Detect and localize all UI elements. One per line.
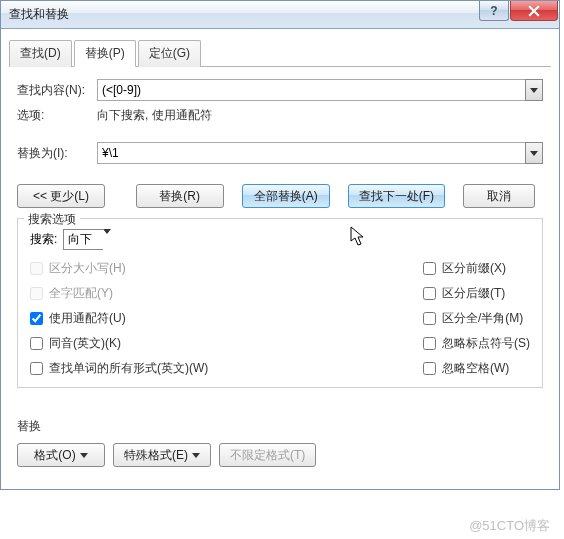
less-button[interactable]: << 更少(L) bbox=[17, 184, 105, 208]
tab-goto[interactable]: 定位(G) bbox=[138, 40, 201, 67]
replace-with-combo bbox=[97, 142, 543, 164]
replace-button[interactable]: 替换(R) bbox=[136, 184, 224, 208]
find-next-button[interactable]: 查找下一处(F) bbox=[348, 184, 445, 208]
watermark: @51CTO博客 bbox=[469, 517, 550, 535]
dialog-content: 查找(D) 替换(P) 定位(G) 查找内容(N): 选项: 向下搜索, 使用通… bbox=[1, 29, 559, 489]
find-what-dropdown[interactable] bbox=[525, 79, 543, 101]
options-row: 选项: 向下搜索, 使用通配符 bbox=[17, 107, 543, 124]
close-icon bbox=[528, 5, 540, 17]
check-col-right: 区分前缀(X) 区分后缀(T) 区分全/半角(M) 忽略标点符号(S) 忽略空格… bbox=[423, 260, 530, 377]
chevron-down-icon bbox=[530, 88, 538, 93]
check-col-left: 区分大小写(H) 全字匹配(Y) 使用通配符(U) 同音(英文)(K) 查找单词… bbox=[30, 260, 423, 377]
tab-replace[interactable]: 替换(P) bbox=[74, 40, 136, 67]
no-format-button[interactable]: 不限定格式(T) bbox=[219, 443, 316, 467]
format-section: 替换 格式(O) 特殊格式(E) 不限定格式(T) bbox=[17, 418, 543, 467]
suffix-check[interactable]: 区分后缀(T) bbox=[423, 285, 530, 302]
direction-dropdown[interactable] bbox=[103, 229, 111, 250]
match-case-check: 区分大小写(H) bbox=[30, 260, 423, 277]
full-half-check[interactable]: 区分全/半角(M) bbox=[423, 310, 530, 327]
ignore-punct-check[interactable]: 忽略标点符号(S) bbox=[423, 335, 530, 352]
replace-with-label: 替换为(I): bbox=[17, 145, 97, 162]
find-what-input[interactable] bbox=[97, 79, 525, 101]
options-value: 向下搜索, 使用通配符 bbox=[97, 107, 212, 124]
chevron-down-icon bbox=[80, 453, 88, 458]
window-controls: ? bbox=[479, 1, 559, 21]
titlebar[interactable]: 查找和替换 ? bbox=[1, 1, 559, 29]
special-format-button[interactable]: 特殊格式(E) bbox=[113, 443, 211, 467]
find-what-label: 查找内容(N): bbox=[17, 82, 97, 99]
search-direction-row: 搜索: bbox=[30, 229, 530, 250]
search-options-legend: 搜索选项 bbox=[24, 211, 80, 228]
format-button[interactable]: 格式(O) bbox=[17, 443, 105, 467]
find-what-row: 查找内容(N): bbox=[17, 79, 543, 101]
replace-with-dropdown[interactable] bbox=[525, 142, 543, 164]
options-label: 选项: bbox=[17, 107, 97, 124]
find-replace-dialog: 查找和替换 ? 查找(D) 替换(P) 定位(G) 查找内容(N): 选项: bbox=[0, 0, 560, 490]
close-button[interactable] bbox=[510, 1, 558, 21]
window-title: 查找和替换 bbox=[9, 6, 69, 23]
replace-with-input[interactable] bbox=[97, 142, 525, 164]
search-direction-label: 搜索: bbox=[30, 231, 57, 248]
chevron-down-icon bbox=[530, 151, 538, 156]
search-options-group: 搜索选项 搜索: 区分大小写(H) 全字匹配(Y) 使用通配符(U) 同音(英文… bbox=[17, 218, 543, 388]
prefix-check[interactable]: 区分前缀(X) bbox=[423, 260, 530, 277]
word-forms-check[interactable]: 查找单词的所有形式(英文)(W) bbox=[30, 360, 423, 377]
action-buttons: << 更少(L) 替换(R) 全部替换(A) 查找下一处(F) 取消 bbox=[17, 184, 543, 208]
direction-combo bbox=[63, 229, 111, 250]
find-what-combo bbox=[97, 79, 543, 101]
tab-find[interactable]: 查找(D) bbox=[9, 40, 72, 67]
whole-word-check: 全字匹配(Y) bbox=[30, 285, 423, 302]
form-area: 查找内容(N): 选项: 向下搜索, 使用通配符 替换为(I): << 更少 bbox=[9, 67, 551, 479]
format-buttons: 格式(O) 特殊格式(E) 不限定格式(T) bbox=[17, 443, 543, 467]
chevron-down-icon bbox=[192, 453, 200, 458]
chevron-down-icon bbox=[103, 229, 111, 234]
cancel-button[interactable]: 取消 bbox=[463, 184, 535, 208]
wildcards-check[interactable]: 使用通配符(U) bbox=[30, 310, 423, 327]
tab-strip: 查找(D) 替换(P) 定位(G) bbox=[9, 39, 551, 67]
replace-all-button[interactable]: 全部替换(A) bbox=[242, 184, 330, 208]
replace-with-row: 替换为(I): bbox=[17, 142, 543, 164]
help-button[interactable]: ? bbox=[479, 1, 509, 21]
checkbox-columns: 区分大小写(H) 全字匹配(Y) 使用通配符(U) 同音(英文)(K) 查找单词… bbox=[30, 260, 530, 377]
ignore-space-check[interactable]: 忽略空格(W) bbox=[423, 360, 530, 377]
direction-input[interactable] bbox=[63, 229, 103, 250]
sounds-like-check[interactable]: 同音(英文)(K) bbox=[30, 335, 423, 352]
format-label: 替换 bbox=[17, 418, 543, 435]
